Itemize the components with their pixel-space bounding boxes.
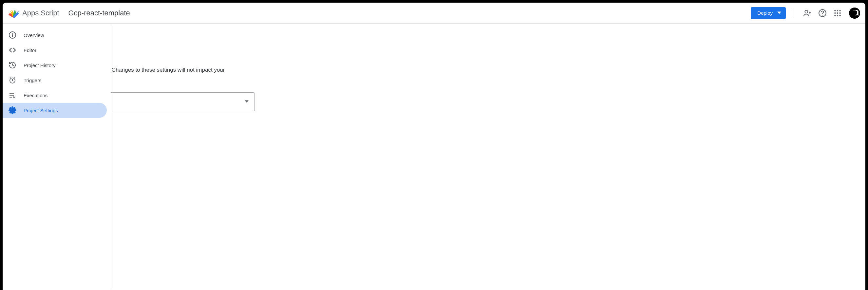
- apps-grid-icon[interactable]: [833, 9, 842, 18]
- svg-point-16: [839, 12, 840, 13]
- svg-point-19: [839, 15, 840, 16]
- sidebar-item-overview[interactable]: Overview: [3, 28, 107, 42]
- svg-line-26: [10, 77, 11, 77]
- svg-point-12: [837, 10, 838, 11]
- svg-rect-29: [9, 95, 14, 96]
- svg-point-15: [837, 12, 838, 13]
- gear-icon: [8, 106, 17, 114]
- executions-icon: [8, 91, 17, 99]
- svg-point-24: [12, 33, 13, 34]
- brand-name: Apps Script: [22, 9, 59, 18]
- code-icon: [8, 46, 17, 54]
- sidebar-item-label: Triggers: [24, 77, 41, 83]
- alarm-icon: [8, 76, 17, 84]
- sidebar-item-editor[interactable]: Editor: [3, 42, 107, 58]
- sidebar-item-label: Editor: [24, 47, 36, 53]
- apps-script-logo-icon: [8, 7, 20, 19]
- help-icon[interactable]: [818, 9, 827, 18]
- sidebar-item-triggers[interactable]: Triggers: [3, 73, 107, 88]
- brand-logo-group[interactable]: Apps Script: [8, 7, 59, 19]
- sidebar-item-label: Project History: [24, 63, 56, 68]
- dropdown-caret-icon: [777, 10, 781, 16]
- svg-point-10: [822, 15, 823, 15]
- main-content: e entire Apps Script project. Changes to…: [3, 24, 865, 290]
- dropdown-caret-icon: [245, 98, 249, 105]
- sidebar-item-label: Project Settings: [24, 108, 58, 113]
- project-title[interactable]: Gcp-react-template: [68, 9, 130, 18]
- svg-point-11: [834, 10, 836, 11]
- svg-point-8: [805, 10, 808, 13]
- sidebar-item-project-settings[interactable]: Project Settings: [3, 103, 107, 118]
- option-manifest: n" manifest file in editor: [42, 159, 865, 166]
- history-icon: [8, 61, 17, 69]
- svg-point-14: [834, 12, 836, 13]
- header-divider: [794, 8, 794, 18]
- share-person-add-icon[interactable]: [803, 9, 812, 18]
- sidebar-item-project-history[interactable]: Project History: [3, 58, 107, 73]
- sidebar-item-label: Executions: [24, 93, 48, 98]
- svg-point-13: [839, 10, 840, 11]
- account-avatar[interactable]: [849, 7, 860, 19]
- option-runtime: untime: [42, 141, 865, 148]
- app-header: Apps Script Gcp-react-template Deploy: [3, 3, 865, 24]
- svg-point-18: [837, 15, 838, 16]
- svg-rect-28: [9, 93, 14, 94]
- deploy-button[interactable]: Deploy: [751, 7, 786, 19]
- option-cloud-logs: tions to Cloud logs: [42, 124, 865, 130]
- deploy-button-label: Deploy: [757, 10, 773, 16]
- sidebar: Overview Editor Project History Triggers: [3, 24, 111, 290]
- sidebar-item-executions[interactable]: Executions: [3, 88, 107, 103]
- info-icon: [8, 31, 17, 39]
- svg-point-21: [855, 12, 856, 13]
- svg-rect-30: [9, 97, 12, 98]
- svg-point-20: [853, 12, 854, 13]
- svg-line-27: [14, 77, 15, 77]
- sidebar-item-label: Overview: [24, 32, 44, 38]
- svg-point-17: [834, 15, 836, 16]
